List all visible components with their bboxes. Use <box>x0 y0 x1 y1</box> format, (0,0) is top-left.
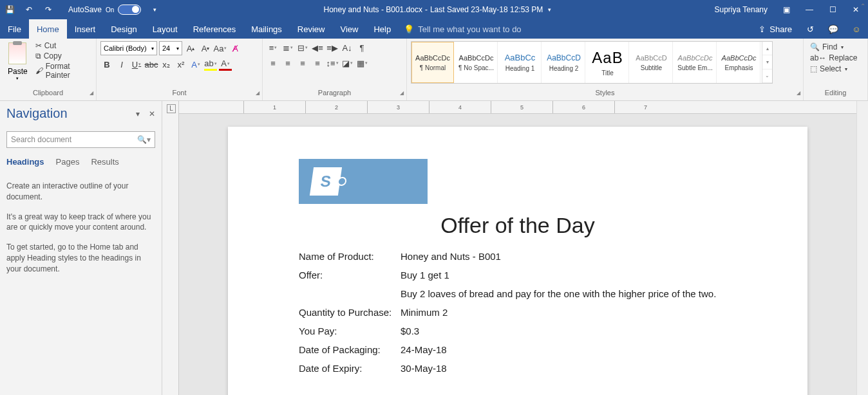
redo-icon[interactable]: ↷ <box>42 4 54 15</box>
nav-tab-pages[interactable]: Pages <box>56 157 80 167</box>
horizontal-ruler[interactable]: 1234567 <box>179 101 856 114</box>
paragraph-launcher-icon[interactable]: ◢ <box>400 90 404 96</box>
tab-insert[interactable]: Insert <box>67 19 104 39</box>
underline-button[interactable]: U <box>130 58 143 71</box>
style--normal[interactable]: AaBbCcDc¶ Normal <box>411 42 454 83</box>
qat-customize-icon[interactable]: ▾ <box>149 4 160 15</box>
tab-help[interactable]: Help <box>366 19 399 39</box>
title-dropdown-icon[interactable]: ▾ <box>548 6 551 13</box>
increase-indent-icon[interactable]: ≡▶ <box>326 41 339 54</box>
close-icon[interactable]: ✕ <box>851 5 860 14</box>
superscript-button[interactable]: x² <box>175 58 187 71</box>
show-marks-icon[interactable]: ¶ <box>355 41 368 54</box>
change-case-icon[interactable]: Aa <box>214 42 227 55</box>
clipboard-launcher-icon[interactable]: ◢ <box>90 90 93 96</box>
bold-button[interactable]: B <box>100 58 113 71</box>
search-input[interactable]: Search document 🔍▾ <box>6 131 155 148</box>
bullets-icon[interactable]: ≡ <box>267 41 279 54</box>
tab-mailings[interactable]: Mailings <box>243 19 290 39</box>
collapse-ribbon-icon[interactable]: ⌃ <box>860 3 865 10</box>
tab-design[interactable]: Design <box>103 19 144 39</box>
vertical-scrollbar[interactable] <box>856 101 868 395</box>
share-button[interactable]: ⇪ Share <box>752 19 798 39</box>
minimize-icon[interactable]: — <box>805 5 814 14</box>
gallery-down-icon[interactable]: ▾ <box>762 55 772 69</box>
select-button[interactable]: ⬚Select▾ <box>810 64 857 73</box>
tab-file[interactable]: File <box>0 19 29 39</box>
tab-view[interactable]: View <box>332 19 366 39</box>
font-color-icon[interactable]: A <box>219 58 232 71</box>
tell-me-search[interactable]: 💡 Tell me what you want to do <box>404 19 521 39</box>
undo-icon[interactable]: ↶ <box>23 4 35 15</box>
style-heading-2[interactable]: AaBbCcDHeading 2 <box>543 42 585 83</box>
tab-layout[interactable]: Layout <box>145 19 185 39</box>
align-center-icon[interactable]: ≡ <box>281 57 294 69</box>
format-painter-button[interactable]: 🖌Format Painter <box>35 62 92 80</box>
styles-gallery[interactable]: AaBbCcDc¶ NormalAaBbCcDc¶ No Spac...AaBb… <box>411 41 773 84</box>
font-name-selector[interactable]: Calibri (Body)▾ <box>100 41 157 55</box>
highlight-icon[interactable]: ab <box>204 58 217 71</box>
document-page[interactable]: S Offer of the Day Name of Product:Honey… <box>228 127 807 395</box>
tab-references[interactable]: References <box>185 19 243 39</box>
comments-icon[interactable]: 💬 <box>827 19 840 39</box>
doc-row: Buy 2 loaves of bread and pay for the on… <box>299 288 737 299</box>
subscript-button[interactable]: x₂ <box>160 58 173 71</box>
cut-button[interactable]: ✂Cut <box>35 41 92 50</box>
style--no-spac-[interactable]: AaBbCcDc¶ No Spac... <box>455 42 498 83</box>
doc-row: Date of Packaging:24-May-18 <box>299 344 737 355</box>
toggle-switch-icon[interactable] <box>118 5 141 15</box>
strikethrough-button[interactable]: abc <box>145 58 158 71</box>
sharepoint-logo: S <box>299 159 428 204</box>
search-icon: 🔍▾ <box>137 135 151 144</box>
styles-launcher-icon[interactable]: ◢ <box>797 90 800 96</box>
justify-icon[interactable]: ≡ <box>311 57 324 69</box>
gallery-up-icon[interactable]: ▴ <box>762 42 772 55</box>
sort-icon[interactable]: A↓ <box>341 41 354 54</box>
ribbon-options-icon[interactable]: ▣ <box>782 5 791 14</box>
numbering-icon[interactable]: ≣ <box>281 41 294 54</box>
font-launcher-icon[interactable]: ◢ <box>256 90 259 96</box>
clear-format-icon[interactable]: A̸ <box>229 42 241 55</box>
replace-button[interactable]: ab↔Replace <box>810 53 857 62</box>
doc-row: You Pay:$0.3 <box>299 326 737 336</box>
shrink-font-icon[interactable]: A▾ <box>199 42 212 55</box>
find-button[interactable]: 🔍Find▾ <box>810 42 857 51</box>
nav-dropdown-icon[interactable]: ▾ <box>136 109 140 118</box>
paste-button[interactable]: Paste ▾ <box>4 41 32 82</box>
style-emphasis[interactable]: AaBbCcDcEmphasis <box>718 42 760 83</box>
shading-icon[interactable]: ◪ <box>341 57 354 69</box>
grow-font-icon[interactable]: A▴ <box>184 42 197 55</box>
decrease-indent-icon[interactable]: ◀≡ <box>311 41 324 54</box>
style-subtle-em-[interactable]: AaBbCcDcSubtle Em... <box>674 42 717 83</box>
align-left-icon[interactable]: ≡ <box>267 57 279 69</box>
align-right-icon[interactable]: ≡ <box>296 57 309 69</box>
nav-tab-results[interactable]: Results <box>91 157 118 167</box>
history-icon[interactable]: ↺ <box>804 19 816 39</box>
line-spacing-icon[interactable]: ↕≡ <box>326 57 339 69</box>
italic-button[interactable]: I <box>115 58 128 71</box>
save-icon[interactable]: 💾 <box>4 4 15 15</box>
font-size-selector[interactable]: 24▾ <box>159 41 182 55</box>
autosave-toggle[interactable]: AutoSave On <box>68 5 141 15</box>
nav-tab-headings[interactable]: Headings <box>6 157 44 167</box>
copy-button[interactable]: ⧉Copy <box>35 51 92 60</box>
copy-icon: ⧉ <box>35 51 41 60</box>
text-effects-icon[interactable]: A <box>189 58 202 71</box>
style-subtitle[interactable]: AaBbCcDSubtitle <box>630 42 673 83</box>
gallery-more-icon[interactable]: ⌄ <box>762 69 772 83</box>
style-title[interactable]: AaBTitle <box>587 42 629 83</box>
group-editing: 🔍Find▾ ab↔Replace ⬚Select▾ Editing <box>804 39 868 100</box>
vertical-ruler[interactable] <box>162 101 179 395</box>
tab-review[interactable]: Review <box>290 19 333 39</box>
maximize-icon[interactable]: ☐ <box>828 5 837 14</box>
user-name[interactable]: Supriya Tenany <box>715 5 768 14</box>
tab-home[interactable]: Home <box>29 19 67 39</box>
group-styles: AaBbCcDc¶ NormalAaBbCcDc¶ No Spac...AaBb… <box>407 39 804 100</box>
lightbulb-icon: 💡 <box>404 24 414 34</box>
borders-icon[interactable]: ▦ <box>355 57 368 69</box>
multilevel-icon[interactable]: ⊟ <box>296 41 309 54</box>
nav-close-icon[interactable]: ✕ <box>149 109 155 118</box>
search-icon: 🔍 <box>810 42 820 51</box>
smiley-icon[interactable]: ☺ <box>850 19 863 39</box>
style-heading-1[interactable]: AaBbCcHeading 1 <box>499 42 542 83</box>
